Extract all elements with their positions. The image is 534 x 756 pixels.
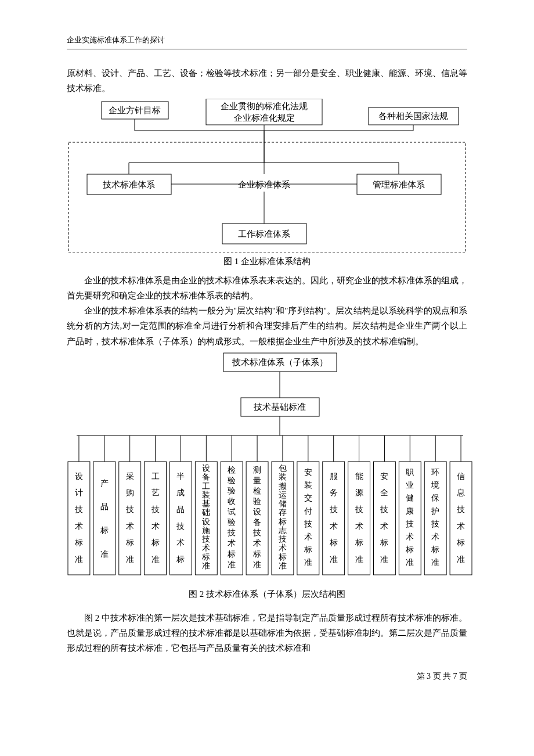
fig2-leaf-char: 技 <box>405 520 414 528</box>
fig2-leaf-char: 验 <box>253 497 261 506</box>
fig2-leaf-char: 技 <box>176 521 185 530</box>
fig2-leaf-char: 备 <box>253 518 261 527</box>
fig2-leaf-char: 检 <box>228 466 236 474</box>
fig1-box-top-right: 各种相关国家法规 <box>378 111 448 121</box>
fig2-leaf-char: 技 <box>355 505 363 514</box>
fig2-leaf-char: 志 <box>279 526 287 535</box>
fig2-leaf-char: 成 <box>176 488 185 497</box>
fig2-leaf-char: 术 <box>228 539 236 548</box>
fig2-leaf-char: 准 <box>330 555 338 564</box>
fig1-box-top-mid-1: 企业贯彻的标准化法规 <box>221 102 308 111</box>
fig2-leaf-char: 技 <box>252 528 261 537</box>
fig2-leaf-char: 付 <box>304 506 312 515</box>
figure-2: 技术标准体系（子体系） 技术基础标准 设计技术标准产品标准采购技术标准工艺技术标… <box>67 351 467 600</box>
fig2-leaf-char: 标 <box>74 538 83 547</box>
fig2-leaf-char: 准 <box>151 555 160 564</box>
fig2-leaf-char: 设 <box>253 507 261 516</box>
fig2-leaf-char: 标 <box>100 526 109 535</box>
fig2-leaf-char: 存 <box>279 508 287 517</box>
fig2-leaf-char: 备 <box>202 473 210 481</box>
fig2-leaf-char: 术 <box>151 521 160 530</box>
fig2-leaf-char: 术 <box>380 521 388 530</box>
fig2-leaf-char: 安 <box>380 471 388 480</box>
fig2-leaf-char: 验 <box>228 518 236 527</box>
fig2-leaf-char: 测 <box>253 466 261 474</box>
fig2-leaf-char: 装 <box>202 491 210 499</box>
fig2-leaf-char: 半 <box>176 471 185 480</box>
fig2-leaf-char: 储 <box>279 499 287 508</box>
fig2-leaf-char: 交 <box>304 494 312 502</box>
fig1-box-mid-center: 企业标准体系 <box>238 180 290 189</box>
fig2-leaf-char: 标 <box>252 549 261 558</box>
fig2-leaf-char: 准 <box>253 560 261 568</box>
fig2-leaf-char: 采 <box>126 471 134 480</box>
fig2-leaf-char: 术 <box>304 532 312 541</box>
fig2-leaf-char: 标 <box>125 538 134 547</box>
fig2-leaf-char: 术 <box>457 521 465 530</box>
fig2-leaf-char: 标 <box>329 538 338 547</box>
fig2-leaf-char: 准 <box>457 555 465 564</box>
fig2-leaf-char: 运 <box>279 491 287 499</box>
fig2-leaf-char: 术 <box>406 532 414 541</box>
fig2-leaf-char: 境 <box>431 481 439 489</box>
fig2-leaf-char: 务 <box>330 488 338 497</box>
fig2-leaf-char: 能 <box>355 471 363 480</box>
fig2-leaf-char: 验 <box>228 487 236 495</box>
fig2-leaf-char: 购 <box>126 488 134 497</box>
page-header: 企业实施标准体系工作的探讨 <box>67 35 467 49</box>
fig2-leaf-char: 标 <box>304 545 312 554</box>
fig2-leaf-char: 搬 <box>279 481 287 490</box>
fig2-leaf-char: 试 <box>228 507 236 516</box>
fig2-leaf-char: 技 <box>431 520 439 528</box>
fig2-leaf-char: 护 <box>431 506 439 515</box>
fig2-leaf-char: 艺 <box>151 488 160 497</box>
fig2-leaf-char: 业 <box>406 481 414 489</box>
fig1-box-mid-right: 管理标准体系 <box>373 180 425 189</box>
fig2-mid: 技术基础标准 <box>253 402 306 412</box>
fig2-leaf-char: 术 <box>202 543 210 552</box>
fig2-leaf-char: 术 <box>126 521 134 530</box>
fig2-leaf-char: 计 <box>75 488 83 497</box>
fig2-leaf-char: 源 <box>355 488 363 497</box>
fig1-box-bottom: 工作标准体系 <box>238 229 290 239</box>
fig2-leaf-char: 技 <box>278 535 287 543</box>
fig2-leaf-char: 术 <box>279 543 287 552</box>
fig2-leaf-char: 标 <box>431 545 439 554</box>
fig1-box-top-left: 企业方针目标 <box>109 106 161 115</box>
fig2-leaf-char: 基 <box>202 499 210 508</box>
fig2-leaf-char: 标 <box>380 538 388 547</box>
figure-1-caption: 图 1 企业标准体系结构 <box>67 256 467 267</box>
fig2-leaf-char: 术 <box>431 532 439 541</box>
fig2-leaf-char: 术 <box>176 538 185 547</box>
fig2-leaf-char: 准 <box>406 558 414 567</box>
fig2-leaf-char: 保 <box>431 494 439 502</box>
fig2-leaf-char: 安 <box>304 468 312 477</box>
paragraph-3: 企业的技术标准体系表的结构一般分为"层次结构"和"序列结构"。层次结构是以系统科… <box>67 303 467 349</box>
fig2-leaf-char: 装 <box>304 481 312 489</box>
fig2-leaf-char: 术 <box>75 521 83 530</box>
fig2-leaf-char: 技 <box>329 505 338 514</box>
fig2-leaf-char: 准 <box>202 561 210 570</box>
fig2-leaf-char: 术 <box>330 521 338 530</box>
fig2-leaf-char: 技 <box>227 528 236 537</box>
fig2-leaf-char: 信 <box>457 471 465 480</box>
fig2-leaf-char: 标 <box>151 538 160 547</box>
fig1-box-mid-left: 技术标准体系 <box>102 180 155 189</box>
fig2-leaf-char: 标 <box>227 549 236 558</box>
fig2-leaf-char: 准 <box>355 555 363 564</box>
fig2-leaf-char: 标 <box>278 517 287 525</box>
figure-2-caption: 图 2 技术标准体系（子体系）层次结构图 <box>67 589 467 600</box>
fig2-leaf-char: 准 <box>431 558 439 567</box>
fig2-leaf-char: 术 <box>355 521 363 530</box>
fig2-leaf-char: 健 <box>406 494 414 502</box>
fig2-leaf-char: 技 <box>456 505 465 514</box>
fig2-leaf-char: 准 <box>304 558 312 567</box>
fig2-leaf-char: 技 <box>151 505 160 514</box>
fig2-leaf-char: 准 <box>380 555 388 564</box>
fig2-leaf-char: 息 <box>456 488 465 497</box>
fig2-leaf-char: 准 <box>279 561 287 570</box>
fig2-leaf-char: 标 <box>456 538 465 547</box>
fig2-leaf-char: 职 <box>406 468 414 477</box>
fig2-leaf-char: 环 <box>431 468 439 477</box>
fig2-leaf-char: 产 <box>100 478 109 487</box>
